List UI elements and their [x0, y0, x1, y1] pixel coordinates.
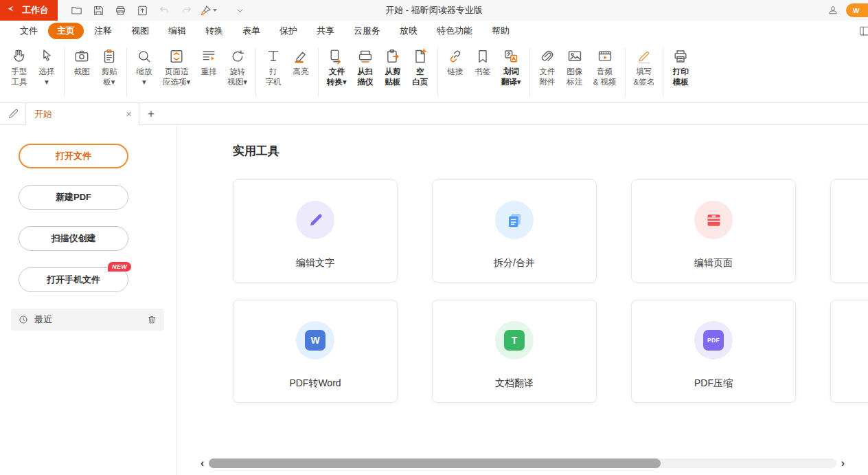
menu-item-8[interactable]: 保护 — [271, 23, 306, 39]
edit-text-icon — [306, 211, 325, 230]
ribbon-tool-file-convert[interactable]: 文件转换▾ — [322, 46, 352, 87]
ribbon-tool-from-clipboard[interactable]: 从剪贴板 — [379, 46, 407, 87]
from-clipboard-icon — [384, 46, 402, 67]
tool-card-edit-pages[interactable]: 编辑页面 — [631, 179, 796, 283]
account-button[interactable]: w — [846, 3, 868, 17]
ribbon-tool-bookmark[interactable]: 书签 — [469, 46, 496, 87]
ribbon-tool-fill-sign[interactable]: 填写&签名 — [629, 46, 660, 87]
ribbon-separator — [437, 47, 438, 97]
rotate-view-icon — [229, 46, 247, 67]
ribbon-tool-hand[interactable]: 手型工具 — [5, 46, 33, 87]
menu-item-1[interactable]: 文件 — [11, 23, 47, 39]
menu-item-9[interactable]: 共享 — [308, 23, 343, 39]
ribbon-tool-typewriter[interactable]: 打字机 — [260, 46, 287, 87]
scrollbar-thumb[interactable] — [209, 459, 661, 468]
cursor-icon — [38, 46, 56, 67]
quick-access-toolbar — [66, 1, 218, 19]
tab-start[interactable]: 开始 × — [25, 103, 139, 125]
ribbon-tool-zoom[interactable]: 缩放▾ — [130, 46, 158, 87]
ribbon-tool-highlighter[interactable]: 高亮 — [287, 46, 315, 87]
tool-card-compress-badge[interactable]: PDFPDF压缩 — [631, 300, 796, 403]
ribbon-tool-blank-page[interactable]: 空白页 — [407, 46, 434, 87]
export-icon[interactable] — [132, 1, 152, 19]
link-icon — [446, 46, 464, 67]
scroll-left-button[interactable]: ‹ — [201, 458, 204, 469]
word-translate-icon — [502, 46, 520, 67]
menu-item-3[interactable]: 注释 — [85, 23, 121, 39]
sidebar-button-1[interactable]: 打开文件 — [19, 144, 128, 168]
compress-badge-icon: PDF — [703, 330, 724, 351]
trash-icon[interactable] — [146, 314, 157, 325]
menu-item-13[interactable]: 帮助 — [483, 23, 518, 39]
ribbon-toolbar: 手型工具选择▾截图剪贴板▾缩放▾页面适应选项▾重排旋转视图▾打字机高亮文件转换▾… — [0, 41, 868, 103]
menu-item-4[interactable]: 视图 — [122, 23, 158, 39]
ribbon-tool-clipboard[interactable]: 剪贴板▾ — [95, 46, 123, 87]
image-annotate-icon — [566, 46, 584, 67]
titlebar: 工作台 开始 - 福昕阅读器专业版 w — [0, 0, 868, 21]
print-icon[interactable] — [110, 1, 130, 19]
ribbon-tool-word-translate[interactable]: 划词翻译▾ — [496, 46, 526, 87]
ribbon-tool-image-annotate[interactable]: 图像标注 — [561, 46, 589, 87]
tool-card-partial-2[interactable] — [830, 300, 868, 403]
tool-card-partial-1[interactable] — [830, 179, 868, 283]
sidebar-button-3[interactable]: 扫描仪创建 — [19, 226, 128, 251]
annotate-pencil-icon[interactable] — [7, 107, 20, 120]
menu-item-7[interactable]: 表单 — [233, 23, 269, 39]
menu-item-10[interactable]: 云服务 — [345, 23, 389, 39]
ribbon-tool-cursor[interactable]: 选择▾ — [33, 46, 60, 87]
reflow-icon — [200, 46, 218, 67]
workspace-button[interactable]: 工作台 — [0, 0, 58, 21]
menu-item-5[interactable]: 编辑 — [159, 23, 195, 39]
from-scanner-icon — [356, 46, 374, 67]
ribbon-tool-from-scanner[interactable]: 从扫描仪 — [352, 46, 379, 87]
scroll-right-button[interactable]: › — [841, 458, 845, 469]
menu-item-11[interactable]: 放映 — [391, 23, 426, 39]
undo-icon — [154, 1, 174, 19]
recent-row[interactable]: 最近 — [11, 309, 164, 331]
ribbon-tool-camera[interactable]: 截图 — [68, 46, 95, 87]
bookmark-icon — [474, 46, 492, 67]
menu-item-6[interactable]: 转换 — [196, 23, 232, 39]
hand-icon — [10, 46, 28, 67]
file-convert-icon — [328, 46, 345, 67]
ribbon-tool-audio-video[interactable]: 音频& 视频 — [589, 46, 621, 87]
stamp-icon[interactable] — [827, 4, 839, 16]
format-brush-icon[interactable] — [198, 1, 218, 19]
folder-open-icon[interactable] — [66, 1, 87, 19]
ribbon-tool-reflow[interactable]: 重排 — [195, 46, 222, 87]
new-tab-button[interactable]: + — [148, 108, 155, 120]
clipboard-icon — [100, 46, 118, 67]
ribbon-separator — [318, 47, 319, 97]
tool-card-word-badge[interactable]: WPDF转Word — [233, 300, 398, 403]
tab-close-icon[interactable]: × — [126, 109, 132, 119]
recent-label: 最近 — [34, 313, 141, 326]
menu-item-2[interactable]: 主页 — [48, 23, 84, 39]
scrollbar-track[interactable] — [209, 459, 836, 468]
ribbon-separator — [126, 47, 127, 97]
section-title: 实用工具 — [233, 143, 868, 159]
horizontal-scrollbar: ‹ › — [201, 458, 845, 469]
word-badge-icon: W — [305, 330, 326, 351]
window-title: 开始 - 福昕阅读器专业版 — [385, 4, 483, 16]
menu-item-12[interactable]: 特色功能 — [428, 23, 481, 39]
ribbon-separator — [64, 47, 65, 97]
ribbon-tool-rotate-view[interactable]: 旋转视图▾ — [222, 46, 252, 87]
translate-badge-icon: T — [504, 330, 525, 351]
panel-icon[interactable] — [858, 24, 868, 38]
sidebar-button-4[interactable]: 打开手机文件NEW — [19, 267, 128, 292]
ribbon-tool-link[interactable]: 链接 — [442, 46, 469, 87]
tool-card-translate-badge[interactable]: T文档翻译 — [432, 300, 597, 403]
split-merge-icon — [505, 211, 524, 230]
chevron-down-icon[interactable] — [235, 5, 245, 16]
tool-card-edit-text[interactable]: 编辑文字 — [233, 179, 398, 283]
redo-icon — [176, 1, 196, 19]
ribbon-tool-page-fit[interactable]: 页面适应选项▾ — [158, 46, 195, 87]
save-icon[interactable] — [88, 1, 108, 19]
sidebar-button-2[interactable]: 新建PDF — [19, 185, 128, 210]
ribbon-tool-print-template[interactable]: 打印模板 — [667, 46, 694, 87]
ribbon-tool-file-attach[interactable]: 文件附件 — [534, 46, 561, 87]
sidebar: 打开文件新建PDF扫描仪创建打开手机文件NEW 最近 — [0, 125, 177, 475]
clock-icon — [18, 314, 29, 325]
tool-card-split-merge[interactable]: 拆分/合并 — [432, 179, 597, 283]
main-panel: 实用工具 编辑文字拆分/合并编辑页面WPDF转WordT文档翻译PDFPDF压缩… — [177, 125, 868, 475]
